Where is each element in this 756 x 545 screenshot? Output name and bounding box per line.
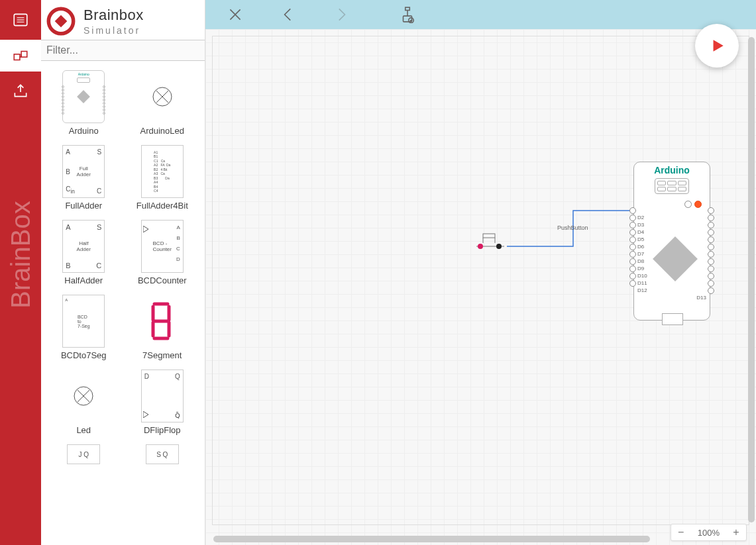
arduino-component[interactable]: Arduino D2D3D4D5D6D7D8D9D10D11D12 D13 [633, 162, 710, 321]
forward-button[interactable] [331, 5, 351, 25]
palette-label: HalfAdder [64, 275, 103, 285]
brand-header: Brainbox Simulator [41, 0, 205, 40]
arduino-pin[interactable] [629, 222, 636, 228]
palette-scroll[interactable]: Arduino ArduinoArduinoLed A S B C Cin Fu… [41, 61, 205, 545]
palette-label: FullAdder4Bit [136, 201, 188, 211]
canvas-scrollbar-horizontal[interactable] [213, 536, 650, 542]
zoom-control: − 100% + [671, 524, 747, 541]
palette-item-Led[interactable]: Led [45, 367, 123, 440]
svg-point-22 [496, 244, 502, 249]
palette-label: DFlipFlop [144, 425, 181, 435]
arduino-pin[interactable] [708, 229, 714, 236]
palette-label: ArduinoLed [140, 126, 185, 136]
palette-label: Led [76, 425, 91, 435]
arduino-pin-d13[interactable] [708, 287, 714, 294]
design-canvas[interactable]: PushButton Arduino D2D3D4D5D6D7D8D9D10 [205, 29, 756, 545]
arduino-pin[interactable] [708, 251, 714, 258]
svg-point-21 [478, 244, 483, 249]
palette-label: BCDCounter [138, 275, 187, 285]
palette-label: Arduino [69, 126, 99, 136]
arduino-pin[interactable] [629, 244, 636, 250]
arduino-usb-icon [662, 313, 683, 325]
arduino-pin[interactable] [708, 273, 714, 279]
brand-subtitle: Simulator [83, 25, 144, 36]
arduino-pin[interactable] [629, 236, 636, 243]
arduino-pin[interactable] [708, 266, 714, 272]
brand-title: Brainbox [83, 7, 144, 24]
palette-item-FullAdder[interactable]: A S B C Cin Full Adder FullAdder [45, 142, 123, 216]
arduino-pin[interactable] [629, 215, 636, 221]
palette-label: BCDto7Seg [61, 350, 107, 360]
component-sidebar: Brainbox Simulator Arduino ArduinoArduin… [41, 0, 205, 545]
arduino-header-block [655, 178, 689, 194]
arduino-chip-icon [653, 236, 698, 281]
canvas-scrollbar-vertical[interactable] [748, 37, 755, 522]
status-led-on [694, 201, 702, 208]
svg-rect-14 [405, 7, 410, 10]
svg-rect-4 [14, 54, 20, 60]
palette-item-FullAdder4Bit[interactable]: A1 B1 C1 Ca A2 FA Da B2 4 Bit A3 Ca B3 D… [124, 142, 201, 216]
svg-rect-5 [21, 52, 27, 58]
pushbutton-component[interactable] [474, 231, 513, 260]
arduino-pin[interactable] [629, 258, 636, 265]
arduino-pins-right: D13 [708, 207, 714, 295]
palette-item-BCDCounter[interactable]: A B C D BCD - Counter BCDCounter [124, 217, 201, 291]
filter-input[interactable] [41, 40, 205, 61]
rail-watermark: BrainBox [6, 201, 36, 308]
arduino-pin[interactable] [708, 244, 714, 250]
run-button[interactable] [695, 24, 739, 68]
back-button[interactable] [278, 5, 298, 25]
zoom-level: 100% [691, 528, 726, 538]
arduino-pin[interactable] [629, 207, 636, 214]
svg-rect-17 [483, 234, 495, 238]
arduino-pin[interactable] [708, 236, 714, 243]
palette-item-srff[interactable]: S Q [124, 442, 201, 472]
status-led-off [684, 201, 692, 208]
svg-rect-7 [55, 15, 68, 28]
arduino-pins-left: D2D3D4D5D6D7D8D9D10D11D12 [629, 207, 636, 287]
close-button[interactable] [225, 5, 245, 25]
deploy-button[interactable] [398, 5, 417, 25]
arduino-status-leds [684, 201, 702, 208]
main-area: PushButton Arduino D2D3D4D5D6D7D8D9D10 [205, 0, 756, 545]
arduino-pin[interactable] [708, 258, 714, 265]
arduino-pin[interactable] [708, 207, 714, 214]
arduino-title: Arduino [634, 165, 710, 175]
palette-label: FullAdder [65, 201, 102, 211]
palette-label: 7Segment [142, 350, 182, 360]
palette-item-jkff[interactable]: J Q [45, 442, 123, 472]
arduino-pin[interactable] [708, 280, 714, 287]
arduino-pin[interactable] [629, 266, 636, 272]
palette-item-HalfAdder[interactable]: A S B C Half Adder HalfAdder [45, 217, 123, 291]
arduino-pin[interactable] [708, 215, 714, 221]
palette-item-Arduino[interactable]: Arduino Arduino [45, 68, 123, 141]
palette-item-DFlipFlop[interactable]: D Q Q̄ DFlipFlop [124, 367, 201, 440]
left-rail: BrainBox [0, 0, 41, 545]
arduino-pin[interactable] [629, 280, 636, 287]
arduino-pin[interactable] [629, 229, 636, 236]
palette-item-7Segment[interactable]: 7Segment [124, 292, 201, 366]
brand-logo-icon [46, 7, 76, 36]
palette-item-BCDto7Seg[interactable]: A BCD to 7-Seg BCDto7Seg [45, 292, 123, 366]
wire-label: PushButton [557, 224, 588, 231]
arduino-pin[interactable] [629, 251, 636, 258]
zoom-out-button[interactable]: − [671, 524, 691, 540]
rail-export-icon[interactable] [0, 75, 41, 107]
palette-item-ArduinoLed[interactable]: ArduinoLed [124, 68, 201, 141]
rail-design-icon[interactable] [0, 40, 41, 72]
zoom-in-button[interactable]: + [726, 524, 746, 540]
arduino-pin[interactable] [708, 222, 714, 228]
arduino-pin[interactable] [629, 273, 636, 279]
rail-list-icon[interactable] [0, 4, 41, 36]
toolbar [205, 0, 756, 29]
